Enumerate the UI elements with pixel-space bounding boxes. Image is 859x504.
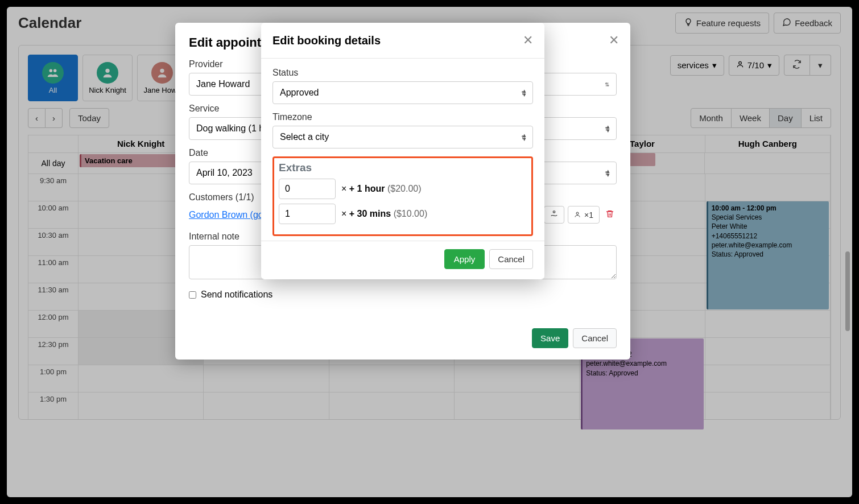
extra-row: × + 30 mins ($10.00): [279, 204, 527, 224]
status-select[interactable]: Approved: [272, 81, 533, 104]
edit-booking-details-modal: Edit booking details ✕ Status Approved ▴…: [261, 23, 544, 279]
delete-customer-button[interactable]: [603, 206, 617, 224]
extra-qty-input[interactable]: [279, 179, 336, 199]
modal-title: Edit booking details: [272, 34, 381, 47]
close-button[interactable]: ✕: [609, 33, 619, 48]
send-notifications-checkbox[interactable]: [189, 291, 196, 299]
extra-desc: × + 1 hour ($20.00): [341, 184, 422, 194]
apply-button[interactable]: Apply: [444, 249, 485, 269]
customer-link[interactable]: Gordon Brown (go: [189, 210, 263, 220]
payment-button[interactable]: [544, 206, 564, 224]
user-icon: [574, 210, 581, 220]
close-icon: ✕: [523, 33, 533, 47]
label: ×1: [584, 210, 593, 220]
save-button[interactable]: Save: [532, 328, 568, 348]
extra-row: × + 1 hour ($20.00): [279, 179, 527, 199]
extra-qty-input[interactable]: [279, 204, 336, 224]
svg-point-6: [576, 212, 579, 214]
timezone-select[interactable]: Select a city: [272, 126, 533, 148]
cancel-button[interactable]: Cancel: [573, 328, 617, 348]
svg-point-5: [553, 211, 555, 213]
close-icon: ✕: [609, 33, 619, 47]
extra-desc: × + 30 mins ($10.00): [341, 209, 427, 219]
timezone-label: Timezone: [272, 112, 533, 122]
extras-title: Extras: [279, 162, 527, 174]
extras-highlight: Extras × + 1 hour ($20.00) × + 30 mins (…: [272, 156, 533, 236]
hand-coin-icon: [550, 210, 558, 220]
checkbox-label: Send notifications: [201, 290, 272, 300]
status-label: Status: [272, 68, 533, 78]
persons-button[interactable]: ×1: [568, 206, 600, 224]
trash-icon: [605, 209, 614, 220]
cancel-button[interactable]: Cancel: [489, 249, 533, 269]
close-button[interactable]: ✕: [523, 33, 533, 48]
